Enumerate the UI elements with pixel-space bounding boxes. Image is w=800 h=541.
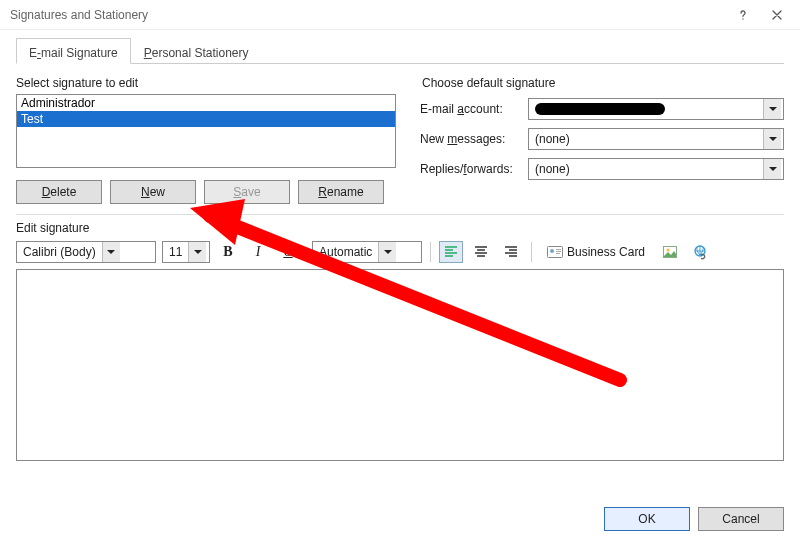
chevron-down-icon[interactable] bbox=[763, 99, 781, 119]
underline-icon: U bbox=[283, 244, 292, 260]
select-value: 11 bbox=[163, 245, 188, 259]
dialog-footer: OK Cancel bbox=[604, 507, 784, 531]
font-size-select[interactable]: 11 bbox=[162, 241, 210, 263]
bold-icon: B bbox=[223, 244, 232, 260]
edit-signature-label: Edit signature bbox=[16, 221, 784, 235]
chevron-down-icon[interactable] bbox=[763, 129, 781, 149]
editor-toolbar: Calibri (Body) 11 B I U Automatic bbox=[16, 239, 784, 265]
tab-label-part: P bbox=[144, 46, 152, 60]
select-value: (none) bbox=[535, 162, 570, 176]
font-family-select[interactable]: Calibri (Body) bbox=[16, 241, 156, 263]
align-left-button[interactable] bbox=[439, 241, 463, 263]
insert-hyperlink-button[interactable] bbox=[688, 241, 712, 263]
svg-point-1 bbox=[550, 249, 554, 253]
tab-label-part: ersonal Stationery bbox=[152, 46, 249, 60]
new-button[interactable]: New bbox=[110, 180, 196, 204]
svg-rect-4 bbox=[556, 253, 560, 254]
save-button: Save bbox=[204, 180, 290, 204]
align-left-icon bbox=[443, 244, 459, 260]
window-title: Signatures and Stationery bbox=[10, 8, 148, 22]
close-button[interactable] bbox=[760, 1, 794, 29]
select-signature-label: Select signature to edit bbox=[16, 76, 396, 90]
select-value: Automatic bbox=[313, 245, 378, 259]
email-account-label: E-mail account: bbox=[420, 102, 528, 116]
svg-point-6 bbox=[667, 249, 670, 252]
new-messages-label: New messages: bbox=[420, 132, 528, 146]
align-center-button[interactable] bbox=[469, 241, 493, 263]
business-card-button[interactable]: Business Card bbox=[540, 241, 652, 263]
underline-button[interactable]: U bbox=[276, 241, 300, 263]
business-card-label: Business Card bbox=[567, 245, 645, 259]
svg-rect-3 bbox=[556, 251, 561, 252]
tab-email-signature[interactable]: E-mail Signature bbox=[16, 38, 131, 64]
delete-button[interactable]: Delete bbox=[16, 180, 102, 204]
svg-rect-2 bbox=[556, 249, 561, 250]
italic-button[interactable]: I bbox=[246, 241, 270, 263]
replies-forwards-select[interactable]: (none) bbox=[528, 158, 784, 180]
list-item[interactable]: Test bbox=[17, 111, 395, 127]
align-right-button[interactable] bbox=[499, 241, 523, 263]
new-messages-select[interactable]: (none) bbox=[528, 128, 784, 150]
choose-default-title: Choose default signature bbox=[422, 76, 784, 90]
title-bar: Signatures and Stationery bbox=[0, 0, 800, 30]
cancel-button[interactable]: Cancel bbox=[698, 507, 784, 531]
email-account-select[interactable] bbox=[528, 98, 784, 120]
globe-link-icon bbox=[692, 244, 708, 260]
picture-icon bbox=[662, 244, 678, 260]
insert-picture-button[interactable] bbox=[658, 241, 682, 263]
signature-list[interactable]: Administrador Test bbox=[16, 94, 396, 168]
help-button[interactable] bbox=[726, 1, 760, 29]
tab-personal-stationery[interactable]: Personal Stationery bbox=[131, 38, 262, 64]
rename-button[interactable]: Rename bbox=[298, 180, 384, 204]
window-controls bbox=[726, 1, 794, 29]
replies-forwards-label: Replies/forwards: bbox=[420, 162, 528, 176]
list-item[interactable]: Administrador bbox=[17, 95, 395, 111]
select-value: Calibri (Body) bbox=[17, 245, 102, 259]
align-center-icon bbox=[473, 244, 489, 260]
business-card-icon bbox=[547, 246, 563, 258]
tab-label-part: E bbox=[29, 46, 37, 60]
select-value: (none) bbox=[535, 132, 570, 146]
tab-strip: E-mail Signature Personal Stationery bbox=[16, 38, 784, 64]
chevron-down-icon[interactable] bbox=[102, 242, 120, 262]
tab-label-part: mail Signature bbox=[41, 46, 118, 60]
align-right-icon bbox=[503, 244, 519, 260]
signature-editor[interactable] bbox=[16, 269, 784, 461]
italic-icon: I bbox=[256, 244, 261, 260]
font-color-select[interactable]: Automatic bbox=[312, 241, 422, 263]
ok-button[interactable]: OK bbox=[604, 507, 690, 531]
chevron-down-icon[interactable] bbox=[378, 242, 396, 262]
bold-button[interactable]: B bbox=[216, 241, 240, 263]
chevron-down-icon[interactable] bbox=[188, 242, 206, 262]
redacted-value bbox=[535, 103, 665, 115]
chevron-down-icon[interactable] bbox=[763, 159, 781, 179]
